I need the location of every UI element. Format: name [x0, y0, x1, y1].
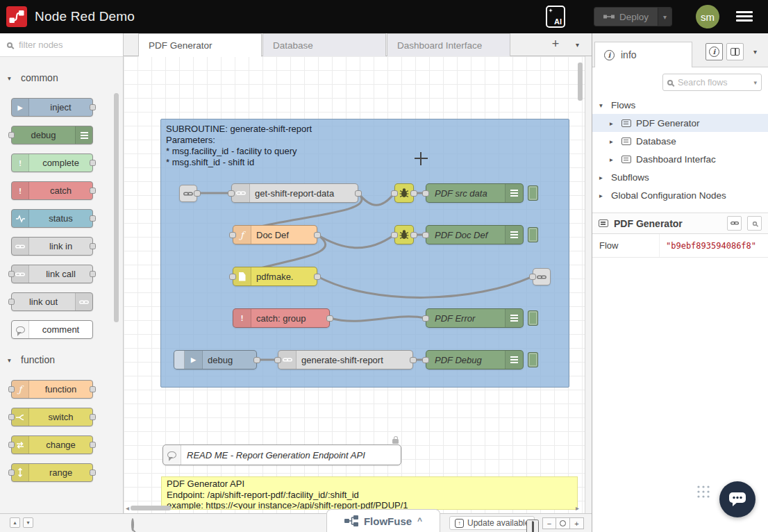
- node-port[interactable]: [229, 232, 236, 238]
- node-port[interactable]: [422, 190, 429, 197]
- chevron-right-icon[interactable]: ▸: [599, 174, 606, 181]
- palette-node-range[interactable]: range: [11, 463, 93, 482]
- tree-row-database[interactable]: ▸ Database: [592, 132, 768, 150]
- deploy-options-caret[interactable]: ▾: [658, 8, 671, 26]
- deploy-button[interactable]: Deploy: [594, 8, 658, 26]
- chevron-down-icon[interactable]: ▾: [753, 79, 757, 86]
- tab-dashboard-interface[interactable]: Dashboard Interface: [387, 33, 510, 56]
- wire[interactable]: [317, 235, 394, 248]
- palette-node-link-in[interactable]: link in: [11, 237, 93, 256]
- sidebar-tabs-menu[interactable]: ▾: [749, 47, 761, 56]
- node-port[interactable]: [422, 357, 429, 363]
- chevron-right-icon[interactable]: ▸: [599, 192, 606, 199]
- palette-node-switch[interactable]: switch: [11, 408, 93, 426]
- node-generate-shift-report[interactable]: generate-shift-report: [278, 350, 413, 369]
- ai-assistant-button[interactable]: AI: [546, 6, 565, 28]
- node-pdf-debug[interactable]: PDF Debug: [426, 350, 524, 369]
- tab-pdf-generator[interactable]: PDF Generator: [138, 33, 262, 56]
- node-get-shift-report-data[interactable]: get-shift-report-data: [231, 183, 358, 203]
- node-link-out[interactable]: [533, 268, 551, 285]
- palette-node-change[interactable]: change: [11, 435, 93, 454]
- palette-node-function[interactable]: ƒ function: [11, 380, 93, 399]
- tab-list-caret[interactable]: ▾: [571, 40, 583, 49]
- node-port[interactable]: [355, 190, 362, 197]
- zoom-in-button[interactable]: +: [570, 517, 584, 529]
- tree-row-global-config[interactable]: ▸ Global Configuration Nodes: [592, 186, 768, 204]
- chevron-right-icon[interactable]: ▸: [610, 138, 617, 145]
- wire[interactable]: [317, 276, 533, 297]
- zoom-reset-button[interactable]: [556, 517, 570, 529]
- node-port[interactable]: [326, 315, 333, 322]
- debug-toggle-button[interactable]: [528, 352, 538, 367]
- node-port[interactable]: [391, 232, 398, 238]
- main-menu-icon[interactable]: [736, 11, 753, 13]
- palette-node-catch[interactable]: ! catch: [11, 181, 93, 200]
- palette-node-inject[interactable]: ▶ inject: [11, 98, 93, 117]
- node-port[interactable]: [422, 315, 429, 322]
- wire[interactable]: [330, 317, 426, 321]
- tab-database[interactable]: Database: [262, 33, 386, 56]
- node-pdf-error[interactable]: PDF Error: [426, 308, 524, 328]
- palette-category-function[interactable]: ▾ function: [0, 349, 123, 371]
- node-port[interactable]: [391, 190, 398, 197]
- canvas-horizontal-scrollbar[interactable]: [131, 506, 171, 510]
- node-doc-def[interactable]: ƒ Doc Def: [233, 225, 317, 244]
- zoom-out-button[interactable]: −: [542, 517, 556, 529]
- node-port[interactable]: [314, 232, 321, 238]
- search-flow-button[interactable]: [747, 216, 762, 231]
- node-port[interactable]: [194, 190, 201, 197]
- inject-trigger-button[interactable]: [174, 351, 185, 369]
- sidebar-resize-handle[interactable]: [585, 56, 592, 513]
- chevron-down-icon[interactable]: ▾: [599, 101, 606, 109]
- debug-toggle-button[interactable]: [528, 185, 538, 201]
- expand-categories-button[interactable]: ▾: [23, 517, 33, 528]
- node-port[interactable]: [410, 190, 417, 197]
- node-port[interactable]: [422, 232, 429, 238]
- search-flows-box[interactable]: ▾: [662, 74, 762, 91]
- node-pdfmake[interactable]: pdfmake.: [233, 267, 317, 286]
- sidebar-tab-info[interactable]: i info: [594, 42, 692, 67]
- node-catch-group[interactable]: ! catch: group: [233, 308, 330, 328]
- debug-toggle-button[interactable]: [528, 227, 538, 242]
- node-debug-bug[interactable]: [394, 183, 414, 203]
- flowfuse-panel-toggle[interactable]: FlowFuse ^: [326, 509, 440, 532]
- canvas-vertical-scrollbar[interactable]: [578, 63, 583, 101]
- scroll-right-button[interactable]: ▸: [576, 504, 579, 512]
- add-flow-button[interactable]: +: [547, 36, 564, 52]
- palette-node-debug[interactable]: debug: [11, 126, 93, 144]
- node-port[interactable]: [410, 357, 417, 363]
- update-available-button[interactable]: ↑ Update available: [449, 516, 535, 530]
- node-port[interactable]: [274, 357, 281, 363]
- node-link-in[interactable]: [179, 185, 197, 202]
- node-pdf-src-data[interactable]: PDF src data: [426, 183, 524, 203]
- flow-canvas[interactable]: SUBROUTINE: generate-shift-report Parame…: [124, 56, 585, 513]
- chat-widget-button[interactable]: [719, 481, 756, 517]
- node-inject-debug[interactable]: ▶ debug: [174, 350, 257, 369]
- tree-row-dashboard-interface[interactable]: ▸ Dashboard Interfac: [592, 150, 768, 168]
- node-debug-bug[interactable]: [394, 225, 414, 244]
- debug-toggle-button[interactable]: [528, 310, 538, 326]
- palette-filter[interactable]: [0, 33, 123, 57]
- palette-filter-input[interactable]: [17, 39, 116, 51]
- api-note[interactable]: PDF Generator API Endpoint: /api/shift-r…: [161, 476, 578, 510]
- chevron-right-icon[interactable]: ▸: [610, 156, 617, 163]
- palette-node-link-call[interactable]: link call: [11, 265, 93, 283]
- palette-node-comment[interactable]: comment: [11, 320, 93, 339]
- tree-row-pdf-generator[interactable]: ▸ PDF Generator: [592, 114, 768, 132]
- chevron-right-icon[interactable]: ▸: [610, 119, 617, 127]
- sidebar-help-tab-button[interactable]: [726, 43, 744, 60]
- user-avatar[interactable]: sm: [696, 5, 719, 28]
- palette-node-complete[interactable]: ! complete: [11, 153, 93, 172]
- node-comment-readme[interactable]: READ ME - Report Generation Endpoint API: [162, 444, 401, 465]
- node-port[interactable]: [314, 274, 321, 280]
- node-port[interactable]: [253, 357, 260, 363]
- tree-row-subflows[interactable]: ▸ Subflows: [592, 168, 768, 186]
- wire[interactable]: [358, 193, 394, 205]
- collapse-categories-button[interactable]: ▴: [10, 517, 20, 528]
- palette-category-common[interactable]: ▾ common: [0, 67, 123, 89]
- sidebar-info-tab-button[interactable]: i: [706, 43, 723, 60]
- tree-row-flows[interactable]: ▾ Flows: [592, 96, 768, 114]
- search-flows-input[interactable]: [676, 77, 750, 88]
- node-pdf-doc-def[interactable]: PDF Doc Def: [426, 225, 524, 244]
- node-port[interactable]: [410, 232, 417, 238]
